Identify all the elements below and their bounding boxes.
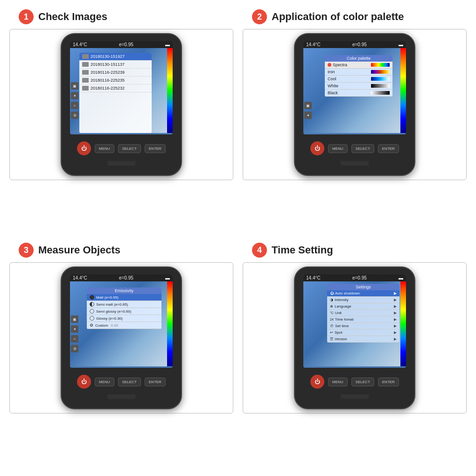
iron-swatch <box>371 70 390 74</box>
matt-icon <box>90 295 94 300</box>
file-item-3[interactable]: 20180116-225239 <box>79 69 152 77</box>
buttons-row-4: ⏻ MENU SELECT ENTER <box>310 375 399 389</box>
settings-left-8: ☰ Version <box>330 337 347 341</box>
settings-language[interactable]: ⊕ Language ▶ <box>327 303 399 310</box>
settings-left-1: ⏻ Auto shutdown <box>330 291 360 295</box>
file-icon-3 <box>82 70 89 75</box>
screen-3-left-side: ▣ ✦ ≈ ⚙ <box>71 315 78 352</box>
settings-menu: Settings ⏻ Auto shutdown ▶ ◑ <box>327 284 399 343</box>
settings-left-7: ↩ Spot <box>330 330 342 335</box>
settings-time-format[interactable]: 24 Time fomat ▶ <box>327 316 399 323</box>
screen-2-topbar: 14.4°C e=0.95 ▬ <box>303 41 406 48</box>
device-2-area: 14.4°C e=0.95 ▬ Color palette Spectra <box>247 33 462 176</box>
color-bar-3 <box>167 281 173 366</box>
emissivity-glossy[interactable]: Glossy (e=0.30) <box>87 315 161 322</box>
select-button-2[interactable]: SELECT <box>351 144 374 153</box>
power-button-1[interactable]: ⏻ <box>77 141 91 155</box>
file-item-2[interactable]: 20180130-151137 <box>79 61 152 69</box>
select-button-4[interactable]: SELECT <box>351 378 374 386</box>
unit-icon: °C <box>330 311 334 315</box>
file-item-5[interactable]: 20180116-225232 <box>79 84 152 92</box>
black-swatch <box>371 91 390 95</box>
palette-radio-spectra <box>328 63 331 67</box>
file-icon-1 <box>82 54 89 59</box>
settings-icon-3: ⚙ <box>71 345 78 352</box>
spot-icon: ↩ <box>330 330 333 335</box>
screen-1-topbar: 14.4°C e=0.95 ▬ <box>70 41 173 48</box>
gallery-icon-3: ▣ <box>71 315 78 323</box>
screen-3: 14.4°C e=0.95 ▬ Emissivity Matt (e=0.95) <box>70 274 173 368</box>
semi-glossy-icon <box>90 309 94 314</box>
file-item-4[interactable]: 20180116-225235 <box>79 77 152 84</box>
file-item-1[interactable]: 20180130-151927 <box>79 53 152 61</box>
screen-1-content: 20180130-151927 20180130-151137 20180116… <box>70 48 173 133</box>
menu-button-4[interactable]: MENU <box>328 378 348 386</box>
file-icon-5 <box>82 86 89 91</box>
palette-item-spectra[interactable]: Spectra <box>325 62 392 69</box>
time-format-icon: 24 <box>330 318 334 321</box>
quadrant-1: 1 Check Images 14.4°C e=0.95 ▬ <box>5 5 238 238</box>
palette-item-white[interactable]: White <box>325 83 392 90</box>
section-header-2: 2 Application of color palette <box>243 9 404 24</box>
chevron-8: ▶ <box>394 337 397 341</box>
section-title-4: Time Setting <box>272 244 333 256</box>
version-icon: ☰ <box>330 337 333 341</box>
buttons-row-1: ⏻ MENU SELECT ENTER <box>77 141 166 155</box>
emissivity-semi-matt[interactable]: Semi matt (e=0.85) <box>87 301 161 308</box>
glossy-icon <box>90 316 94 321</box>
palette-icon-3: ✦ <box>71 325 78 333</box>
section-number-2: 2 <box>252 9 267 24</box>
device-3-bump <box>107 394 135 399</box>
intensity-icon: ◑ <box>330 298 333 302</box>
enter-button-1[interactable]: ENTER <box>145 144 166 153</box>
power-button-2[interactable]: ⏻ <box>310 141 324 155</box>
palette-item-black[interactable]: Black <box>325 90 392 97</box>
chevron-2: ▶ <box>394 298 397 302</box>
select-button-1[interactable]: SELECT <box>118 144 141 153</box>
screen-4: 14.4°C e=0.95 ▬ Settings ⏻ Auto shutdown <box>303 274 406 368</box>
chevron-5: ▶ <box>394 317 397 322</box>
emissivity-matt[interactable]: Matt (e=0.95) <box>87 294 161 301</box>
language-icon: ⊕ <box>330 304 333 308</box>
device-2: 14.4°C e=0.95 ▬ Color palette Spectra <box>294 33 415 176</box>
gallery-icon: ▣ <box>71 82 78 90</box>
menu-button-1[interactable]: MENU <box>95 144 114 153</box>
settings-set-time[interactable]: ⏱ Set time ▶ <box>327 323 399 329</box>
settings-title: Settings <box>327 284 399 290</box>
settings-auto-shutdown[interactable]: ⏻ Auto shutdown ▶ <box>327 290 399 297</box>
select-button-3[interactable]: SELECT <box>118 378 141 386</box>
device-1: 14.4°C e=0.95 ▬ 20180130-151927 <box>61 33 182 176</box>
emissivity-semi-glossy[interactable]: Semi glossy (e=0.60) <box>87 308 161 315</box>
file-icon-4 <box>82 78 89 83</box>
power-button-4[interactable]: ⏻ <box>310 375 324 389</box>
quadrant-3: 3 Measure Objects 14.4°C e=0.95 ▬ Emissi… <box>5 238 238 471</box>
palette-item-cool[interactable]: Cool <box>325 76 392 83</box>
menu-button-2[interactable]: MENU <box>328 144 348 153</box>
device-3: 14.4°C e=0.95 ▬ Emissivity Matt (e=0.95) <box>61 266 182 409</box>
section-header-4: 4 Time Setting <box>243 243 333 258</box>
power-button-3[interactable]: ⏻ <box>77 375 91 389</box>
emissivity-custom[interactable]: ⚙ Custom 0.95 <box>87 322 161 329</box>
settings-icon: ⚙ <box>71 112 78 119</box>
gallery-icon-2: ▣ <box>304 102 312 109</box>
palette-menu: Color palette Spectra Iron <box>325 55 392 97</box>
enter-button-3[interactable]: ENTER <box>145 378 166 386</box>
enter-button-4[interactable]: ENTER <box>378 378 399 386</box>
section-title-3: Measure Objects <box>38 244 120 256</box>
file-list: 20180130-151927 20180130-151137 20180116… <box>79 53 152 133</box>
spectra-swatch <box>371 63 390 67</box>
section-number-1: 1 <box>19 9 34 24</box>
enter-button-2[interactable]: ENTER <box>378 144 399 153</box>
device-3-area: 14.4°C e=0.95 ▬ Emissivity Matt (e=0.95) <box>14 266 229 409</box>
gear-icon: ⚙ <box>90 323 93 328</box>
palette-item-iron[interactable]: Iron <box>325 69 392 76</box>
section-title-2: Application of color palette <box>272 11 404 23</box>
settings-spot[interactable]: ↩ Spot ▶ <box>327 329 399 336</box>
menu-button-3[interactable]: MENU <box>95 378 114 386</box>
chevron-1: ▶ <box>394 291 397 295</box>
quadrant-4-border: 14.4°C e=0.95 ▬ Settings ⏻ Auto shutdown <box>243 262 467 413</box>
settings-version[interactable]: ☰ Version ▶ <box>327 336 399 343</box>
screen-3-content: Emissivity Matt (e=0.95) Semi matt (e=0.… <box>70 281 173 366</box>
settings-intensity[interactable]: ◑ Intensity ▶ <box>327 297 399 303</box>
settings-unit[interactable]: °C Unit ▶ <box>327 310 399 316</box>
